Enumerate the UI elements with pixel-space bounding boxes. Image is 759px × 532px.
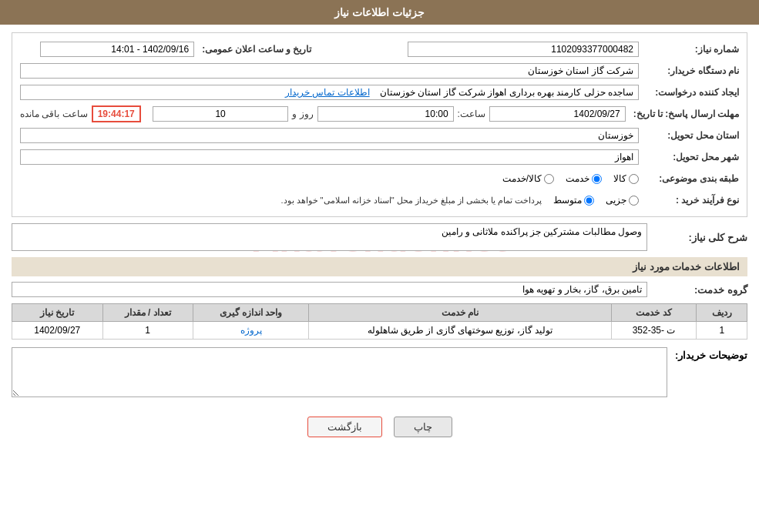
- delivery-province-value: خوزستان: [20, 128, 639, 143]
- creator-contact-link[interactable]: اطلاعات تماس خریدار: [285, 87, 370, 98]
- col-quantity: تعداد / مقدار: [102, 304, 193, 322]
- tender-number-row: شماره نیاز: 1102093377000482 تاریخ و ساع…: [20, 40, 739, 59]
- announce-date-value: 1402/09/16 - 14:01: [40, 42, 194, 57]
- page-title: جزئیات اطلاعات نیاز: [334, 6, 425, 18]
- category-radio-kala-input[interactable]: [629, 174, 639, 184]
- purchase-type-jozi-input[interactable]: [629, 196, 639, 206]
- cell-quantity: 1: [102, 322, 193, 340]
- deadline-label: مهلت ارسال پاسخ: تا تاریخ:: [626, 109, 739, 119]
- deadline-row: مهلت ارسال پاسخ: تا تاریخ: 1402/09/27 سا…: [20, 105, 739, 123]
- deadline-day-label: روز و: [292, 109, 313, 119]
- purchase-type-label: نوع فرآیند خرید :: [639, 195, 739, 206]
- service-group-value: تامین برق، گاز، بخار و تهویه هوا: [12, 282, 647, 297]
- print-button[interactable]: چاپ: [394, 417, 452, 437]
- cell-date: 1402/09/27: [12, 322, 103, 340]
- category-kala-khedmat-label: کالا/خدمت: [502, 173, 542, 184]
- creator-row: ایجاد کننده درخواست: ساجده حزلی کارمند ب…: [20, 83, 739, 102]
- category-radio-group: کالا خدمت کالا/خدمت: [20, 173, 639, 184]
- col-unit: واحد اندازه گیری: [193, 304, 308, 322]
- buyer-desc-label: توضیحات خریدار:: [667, 347, 747, 397]
- general-desc-value: وصول مطالبات مشترکین جز پراکنده ملاثانی …: [12, 223, 647, 251]
- col-service-code: کد خدمت: [611, 304, 697, 322]
- cell-unit: پروژه: [193, 322, 308, 340]
- category-radio-khedmat[interactable]: خدمت: [566, 173, 602, 184]
- category-radio-kala-khedmat-input[interactable]: [544, 174, 554, 184]
- purchase-type-group: جزیی متوسط پرداخت تمام یا بخشی از مبلغ خ…: [20, 195, 639, 206]
- purchase-type-motavasset[interactable]: متوسط: [553, 195, 594, 206]
- back-button[interactable]: بازگشت: [307, 417, 382, 437]
- purchase-type-jozi-label: جزیی: [606, 195, 626, 206]
- action-buttons: چاپ بازگشت: [12, 405, 747, 445]
- category-khedmat-label: خدمت: [566, 173, 589, 184]
- purchase-type-motavasset-label: متوسط: [553, 195, 582, 206]
- delivery-province-label: استان محل تحویل:: [639, 130, 739, 141]
- buyer-org-row: نام دستگاه خریدار: شرکت گاز استان خوزستا…: [20, 62, 739, 80]
- cell-service-code: ت -35-352: [611, 322, 697, 340]
- creator-name: ساجده حزلی کارمند بهره برداری اهواز شرکت…: [380, 87, 633, 98]
- deadline-date-value: 1402/09/27: [489, 106, 626, 122]
- remaining-timer: 19:44:17: [92, 105, 141, 122]
- delivery-city-value: اهواز: [20, 149, 639, 165]
- deadline-fields: 1402/09/27 ساعت: 10:00 روز و 10 19:44:17…: [20, 105, 626, 122]
- col-date: تاریخ نیاز: [12, 304, 103, 322]
- delivery-city-row: شهر محل تحویل: اهواز: [20, 148, 739, 166]
- table-row: 1 ت -35-352 تولید گاز، توزیع سوختهای گاز…: [12, 322, 747, 340]
- purchase-type-note: پرداخت تمام یا بخشی از مبلغ خریداز محل "…: [280, 196, 542, 206]
- remaining-time-group: 19:44:17 ساعت باقی مانده: [20, 105, 141, 122]
- category-label: طبقه بندی موضوعی:: [639, 173, 739, 184]
- services-section-title: اطلاعات خدمات مورد نیاز: [633, 261, 740, 273]
- basic-info-section: شماره نیاز: 1102093377000482 تاریخ و ساع…: [12, 32, 747, 217]
- delivery-province-row: استان محل تحویل: خوزستان: [20, 126, 739, 145]
- tender-number-value: 1102093377000482: [408, 42, 639, 57]
- tender-number-label: شماره نیاز:: [639, 44, 739, 55]
- buyer-desc-row: توضیحات خریدار:: [12, 347, 747, 397]
- category-kala-label: کالا: [613, 173, 626, 184]
- category-row: طبقه بندی موضوعی: کالا خدمت: [20, 169, 739, 188]
- general-desc-label: شرح کلی نیاز:: [647, 232, 747, 243]
- deadline-time-label: ساعت:: [458, 109, 485, 119]
- purchase-type-motavasset-input[interactable]: [584, 196, 594, 206]
- col-service-name: نام خدمت: [309, 304, 611, 322]
- purchase-type-row: نوع فرآیند خرید : جزیی متوسط پرداخت تمام…: [20, 191, 739, 209]
- services-table: ردیف کد خدمت نام خدمت واحد اندازه گیری ت…: [12, 303, 747, 340]
- buyer-org-label: نام دستگاه خریدار:: [639, 65, 739, 76]
- announce-date-label: تاریخ و ساعت اعلان عمومی:: [194, 44, 311, 55]
- deadline-days-value: 10: [153, 106, 289, 122]
- general-desc-row: شرح کلی نیاز: وصول مطالبات مشترکین جز پر…: [12, 223, 747, 251]
- page-header: جزئیات اطلاعات نیاز: [0, 0, 759, 25]
- service-group-row: گروه خدمت: تامین برق، گاز، بخار و تهویه …: [12, 280, 747, 299]
- buyer-org-value: شرکت گاز استان خوزستان: [20, 63, 639, 79]
- category-radio-kala[interactable]: کالا: [613, 173, 639, 184]
- buyer-desc-textarea[interactable]: [12, 347, 667, 397]
- category-radio-kala-khedmat[interactable]: کالا/خدمت: [502, 173, 554, 184]
- delivery-city-label: شهر محل تحویل:: [639, 152, 739, 162]
- deadline-time-value: 10:00: [317, 106, 454, 122]
- category-radio-khedmat-input[interactable]: [592, 174, 602, 184]
- purchase-type-jozi[interactable]: جزیی: [606, 195, 639, 206]
- remaining-label: ساعت باقی مانده: [20, 109, 88, 119]
- cell-service-name: تولید گاز، توزیع سوختهای گازی از طریق شا…: [309, 322, 611, 340]
- creator-label: ایجاد کننده درخواست:: [639, 87, 739, 98]
- services-section-header: اطلاعات خدمات مورد نیاز: [12, 257, 747, 276]
- service-group-label: گروه خدمت:: [647, 284, 747, 296]
- general-desc-text: وصول مطالبات مشترکین جز پراکنده ملاثانی …: [442, 226, 642, 237]
- cell-row-num: 1: [697, 322, 747, 340]
- col-row-num: ردیف: [697, 304, 747, 322]
- creator-value: ساجده حزلی کارمند بهره برداری اهواز شرکت…: [20, 85, 639, 100]
